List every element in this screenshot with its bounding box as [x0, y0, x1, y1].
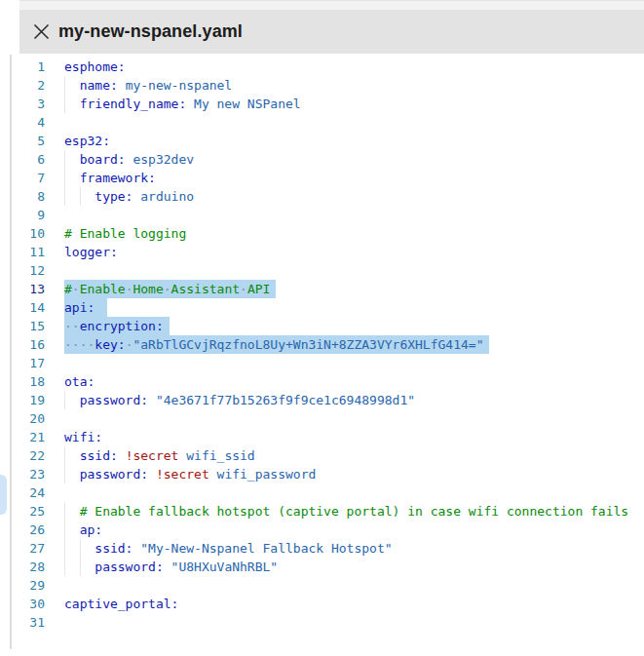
token-k: framework: — [80, 171, 156, 185]
line-number: 20 — [19, 409, 45, 428]
code-text: captive_portal: — [64, 595, 178, 613]
close-button[interactable] — [27, 19, 55, 46]
code-line: 29 — [19, 576, 644, 595]
code-text: password: !secret wifi_password — [64, 465, 316, 483]
line-number: 10 — [19, 224, 45, 243]
file-title: my-new-nspanel.yaml — [58, 21, 243, 42]
code-line: 30captive_portal: — [19, 595, 644, 613]
token-p — [64, 393, 80, 407]
code-text: password: "U8HXuVaNhRBL" — [64, 558, 278, 576]
code-line: 26 ap: — [19, 521, 644, 539]
token-p — [64, 78, 80, 93]
indent-guide — [64, 150, 65, 169]
line-number: 12 — [19, 261, 45, 280]
line-number: 21 — [19, 428, 45, 446]
code-text: ap: — [64, 521, 102, 539]
code-text: logger: — [64, 243, 118, 261]
indent-guide — [64, 502, 65, 521]
token-p — [64, 522, 80, 537]
token-k: password: — [80, 467, 148, 482]
token-c: Enable — [80, 282, 126, 296]
line-number: 29 — [19, 576, 45, 595]
line-number: 4 — [19, 113, 45, 132]
code-text: board: esp32dev — [64, 150, 194, 169]
token-k: ssid: — [95, 541, 133, 556]
yaml-editor[interactable]: 1esphome:2 name: my-new-nspanel3 friendl… — [19, 54, 644, 656]
indent-guide — [64, 465, 65, 483]
indent-guide — [64, 76, 65, 95]
line-number: 31 — [19, 613, 45, 632]
code-text: ssid: "My-New-Nspanel Fallback Hotspot" — [64, 539, 393, 558]
indent-guide — [80, 187, 81, 206]
code-line: 7 framework: — [19, 169, 644, 187]
code-line: 19 password: "4e3671f77b15263f9f9ce1c694… — [19, 391, 644, 409]
line-number: 5 — [19, 132, 45, 150]
panel-left-border — [10, 55, 12, 649]
code-text: password: "4e3671f77b15263f9f9ce1c694899… — [64, 391, 415, 409]
code-line: 18ota: — [19, 372, 644, 391]
indent-guide — [64, 521, 65, 539]
code-text: # Enable fallback hotspot (captive porta… — [64, 502, 628, 521]
token-p — [148, 467, 156, 482]
token-c: # — [64, 282, 72, 296]
line-number: 24 — [19, 483, 45, 502]
token-k: logger: — [64, 245, 118, 259]
line-number: 15 — [19, 317, 45, 335]
token-c: Home — [133, 282, 163, 296]
code-line: 2 name: my-new-nspanel — [19, 76, 644, 95]
whitespace-dot: · — [72, 337, 80, 352]
code-line: 6 board: esp32dev — [19, 150, 644, 169]
code-line: 3 friendly_name: My new NSPanel — [19, 95, 644, 113]
line-number: 26 — [19, 521, 45, 539]
whitespace-dot: · — [72, 282, 80, 296]
token-k: ap: — [80, 522, 102, 537]
token-k: wifi: — [64, 430, 102, 444]
line-number: 16 — [19, 335, 45, 354]
token-k: api: — [64, 300, 95, 315]
code-line: 12 — [19, 261, 644, 280]
token-c: # Enable logging — [64, 226, 186, 241]
token-k: encryption: — [80, 319, 164, 333]
token-k: password: — [80, 393, 148, 407]
code-text: api: — [64, 298, 107, 317]
token-v: "U8HXuVaNhRBL" — [171, 560, 279, 574]
code-text: # Enable logging — [64, 224, 186, 243]
indent-guide — [64, 95, 65, 113]
code-text: ··encryption: — [64, 317, 170, 335]
line-number: 8 — [19, 187, 45, 206]
code-text: framework: — [64, 169, 156, 187]
token-k: esphome: — [64, 59, 126, 74]
code-line: 1esphome: — [19, 58, 644, 76]
line-number: 14 — [19, 298, 45, 317]
code-text: ····key:·"aRbTlGCvjRqzfnoL8Uy+Wn3iN+8ZZA… — [64, 335, 489, 354]
code-line: 8 type: arduino — [19, 187, 644, 206]
indent-guide — [80, 558, 81, 576]
token-p — [164, 560, 171, 574]
esphome-editor-panel: my-new-nspanel.yaml 1esphome:2 name: my-… — [0, 0, 644, 656]
whitespace-dot: · — [164, 282, 171, 296]
code-text: ota: — [64, 372, 95, 391]
code-line: 31 — [19, 613, 644, 632]
token-s: !secret — [126, 448, 179, 463]
line-number: 3 — [19, 95, 45, 113]
whitespace-dot: · — [64, 319, 72, 333]
editor-lines: 1esphome:2 name: my-new-nspanel3 friendl… — [19, 58, 644, 632]
left-edge-indicator — [0, 475, 7, 515]
whitespace-dot: · — [240, 282, 247, 296]
token-v: arduino — [140, 189, 194, 204]
code-text: ssid: !secret wifi_ssid — [64, 446, 255, 465]
token-v: wifi_ssid — [186, 448, 254, 463]
code-line: 21wifi: — [19, 428, 644, 446]
line-number: 19 — [19, 391, 45, 409]
token-k: name: — [80, 78, 118, 93]
token-c: Assistant — [171, 282, 240, 296]
selection-highlight: #·Enable·Home·Assistant·API — [64, 280, 276, 298]
indent-guide — [64, 391, 65, 409]
line-number: 9 — [19, 206, 45, 224]
selection-highlight: ····key:·"aRbTlGCvjRqzfnoL8Uy+Wn3iN+8ZZA… — [64, 335, 489, 354]
code-line: 14api: — [19, 298, 644, 317]
token-k: esp32: — [64, 134, 110, 148]
line-number: 18 — [19, 372, 45, 391]
line-number: 30 — [19, 595, 45, 613]
code-line: 10# Enable logging — [19, 224, 644, 243]
